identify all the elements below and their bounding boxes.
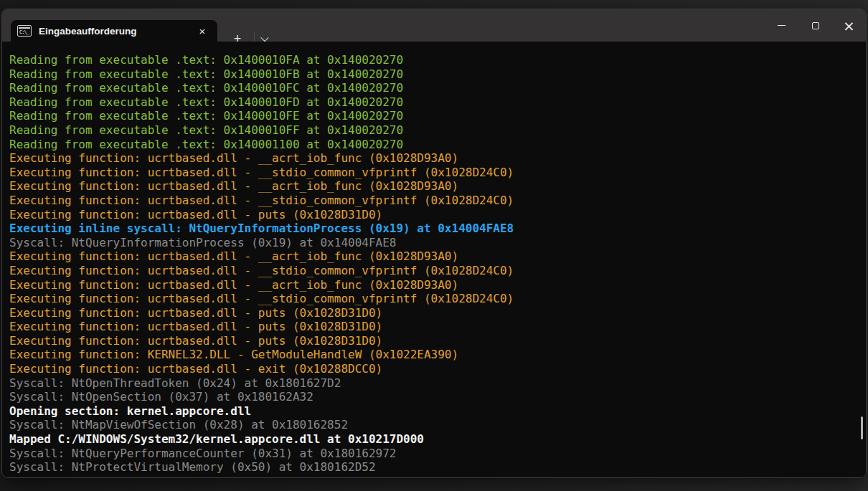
terminal-line: Executing function: ucrtbased.dll - __st… [9, 264, 866, 278]
terminal-line: Mapped C:/WINDOWS/System32/kernel.appcor… [9, 432, 866, 447]
terminal-line: Executing function: ucrtbased.dll - puts… [9, 334, 866, 348]
window-controls: × [765, 9, 866, 42]
terminal-line: Syscall: NtOpenSection (0x37) at 0x18016… [9, 390, 866, 404]
terminal-line: Executing function: ucrtbased.dll - __ac… [9, 249, 866, 264]
terminal-line: Syscall: NtOpenThreadToken (0x24) at 0x1… [9, 376, 866, 391]
terminal-line: Syscall: NtQueryInformationProcess (0x19… [9, 236, 866, 250]
title-bar[interactable]: C:\_ Eingabeaufforderung × + × [2, 9, 866, 42]
terminal-line: Reading from executable .text: 0x1400010… [9, 123, 866, 138]
maximize-icon [812, 22, 819, 29]
terminal-output: Reading from executable .text: 0x1400010… [9, 53, 866, 475]
tab-close-button[interactable]: × [194, 23, 210, 39]
terminal-line: Reading from executable .text: 0x1400011… [9, 138, 866, 152]
terminal-line: Opening section: kernel.appcore.dll [9, 404, 866, 419]
terminal-line: Reading from executable .text: 0x1400010… [9, 53, 866, 67]
terminal-line: Executing function: ucrtbased.dll - __st… [9, 292, 866, 306]
tab-eingabeaufforderung[interactable]: C:\_ Eingabeaufforderung × [11, 20, 217, 42]
scrollbar-thumb[interactable] [861, 416, 863, 439]
terminal-line: Executing function: ucrtbased.dll - __ac… [9, 151, 866, 166]
scrollbar-track[interactable] [859, 43, 864, 475]
terminal-line: Executing function: ucrtbased.dll - puts… [9, 306, 866, 320]
terminal-screen[interactable]: Reading from executable .text: 0x1400010… [2, 42, 866, 478]
minimize-button[interactable] [765, 9, 798, 42]
minimize-icon [778, 25, 786, 27]
terminal-line: Executing function: ucrtbased.dll - __st… [9, 166, 866, 180]
terminal-line: Executing function: ucrtbased.dll - __st… [9, 194, 866, 208]
tab-title: Eingabeaufforderung [39, 26, 187, 37]
terminal-line: Executing function: ucrtbased.dll - exit… [9, 362, 866, 376]
terminal-line: Executing inline syscall: NtQueryInforma… [9, 221, 866, 236]
close-icon: × [843, 19, 855, 32]
terminal-line: Syscall: NtQueryPerformanceCounter (0x31… [9, 447, 866, 461]
terminal-line: Executing function: ucrtbased.dll - puts… [9, 208, 866, 222]
terminal-line: Syscall: NtProtectVirtualMemory (0x50) a… [9, 460, 866, 475]
terminal-line: Reading from executable .text: 0x1400010… [9, 109, 866, 123]
terminal-line: Executing function: ucrtbased.dll - __ac… [9, 278, 866, 292]
terminal-line: Executing function: ucrtbased.dll - puts… [9, 320, 866, 334]
chevron-down-icon [260, 34, 268, 42]
command-prompt-icon: C:\_ [17, 25, 32, 37]
maximize-button[interactable] [798, 9, 832, 42]
terminal-line: Reading from executable .text: 0x1400010… [9, 81, 866, 95]
terminal-line: Executing function: KERNEL32.DLL - GetMo… [9, 348, 866, 362]
terminal-window: C:\_ Eingabeaufforderung × + × Reading f… [1, 9, 867, 478]
terminal-line: Syscall: NtMapViewOfSection (0x28) at 0x… [9, 418, 866, 432]
terminal-line: Reading from executable .text: 0x1400010… [9, 67, 866, 82]
terminal-line: Executing function: ucrtbased.dll - __ac… [9, 179, 866, 194]
terminal-line: Reading from executable .text: 0x1400010… [9, 95, 866, 110]
close-button[interactable]: × [832, 9, 866, 42]
